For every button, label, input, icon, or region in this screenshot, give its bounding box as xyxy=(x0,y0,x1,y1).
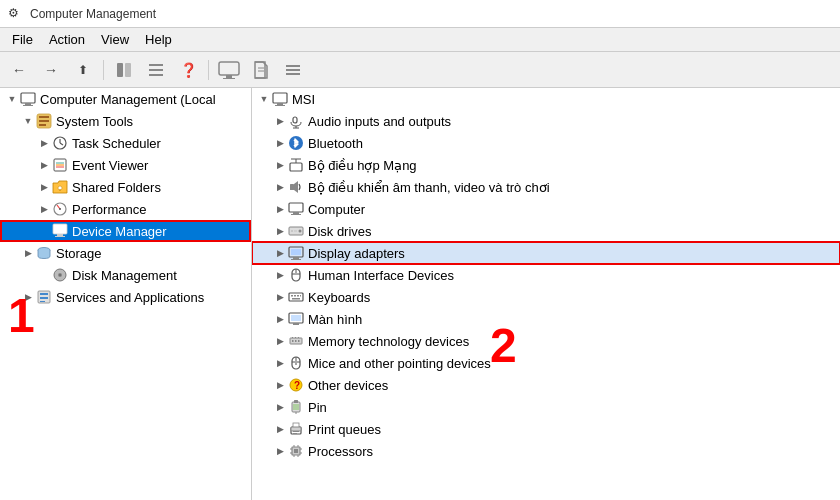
processors-expand[interactable] xyxy=(272,443,288,459)
svg-rect-16 xyxy=(23,105,33,106)
right-item-audio[interactable]: Audio inputs and outputs xyxy=(252,110,840,132)
right-root[interactable]: MSI xyxy=(252,88,840,110)
toolbar-settings[interactable] xyxy=(278,57,308,83)
sidebar-item-services[interactable]: Services and Applications xyxy=(0,286,251,308)
other-expand[interactable] xyxy=(272,377,288,393)
right-item-print[interactable]: Print queues xyxy=(252,418,840,440)
svg-rect-83 xyxy=(295,337,296,338)
tree-root[interactable]: Computer Management (Local xyxy=(0,88,251,110)
sidebar-item-task-scheduler[interactable]: Task Scheduler xyxy=(0,132,251,154)
sidebar-label-task-scheduler: Task Scheduler xyxy=(72,136,161,151)
storage-expand[interactable] xyxy=(20,245,36,261)
toolbar-list[interactable] xyxy=(141,57,171,83)
right-item-display-adapters[interactable]: Display adapters xyxy=(252,242,840,264)
svg-rect-56 xyxy=(293,212,299,214)
memory-expand[interactable] xyxy=(272,333,288,349)
right-item-processors[interactable]: Processors xyxy=(252,440,840,462)
man-hinh-expand[interactable] xyxy=(272,311,288,327)
system-tools-expand[interactable] xyxy=(20,113,36,129)
shared-folders-icon xyxy=(52,179,68,195)
sidebar-item-performance[interactable]: Performance xyxy=(0,198,251,220)
sidebar-item-shared-folders[interactable]: Shared Folders xyxy=(0,176,251,198)
svg-rect-92 xyxy=(293,404,299,410)
services-expand[interactable] xyxy=(20,289,36,305)
sidebar-item-device-manager[interactable]: Device Manager xyxy=(0,220,251,242)
right-root-label: MSI xyxy=(292,92,315,107)
disk-drives-expand[interactable] xyxy=(272,223,288,239)
sound-icon xyxy=(288,179,304,195)
right-item-bluetooth[interactable]: Bluetooth xyxy=(252,132,840,154)
svg-rect-40 xyxy=(40,293,48,295)
menu-view[interactable]: View xyxy=(93,30,137,49)
right-item-other[interactable]: ? Other devices xyxy=(252,374,840,396)
right-item-keyboards[interactable]: Keyboards xyxy=(252,286,840,308)
network-expand[interactable] xyxy=(272,157,288,173)
right-item-computer[interactable]: Computer xyxy=(252,198,840,220)
right-label-mice: Mice and other pointing devices xyxy=(308,356,491,371)
svg-rect-81 xyxy=(298,340,300,342)
right-item-network[interactable]: Bộ điều hợp Mạng xyxy=(252,154,840,176)
event-viewer-expand[interactable] xyxy=(36,157,52,173)
sidebar-label-services: Services and Applications xyxy=(56,290,204,305)
svg-rect-11 xyxy=(286,65,300,67)
right-item-sound[interactable]: Bộ điều khiển âm thanh, video và trò chơ… xyxy=(252,176,840,198)
pin-expand[interactable] xyxy=(272,399,288,415)
right-label-man-hinh: Màn hình xyxy=(308,312,362,327)
svg-rect-55 xyxy=(289,203,303,212)
sidebar-item-storage[interactable]: Storage xyxy=(0,242,251,264)
services-icon xyxy=(36,289,52,305)
keyboards-icon xyxy=(288,289,304,305)
computer-expand[interactable] xyxy=(272,201,288,217)
sidebar-item-system-tools[interactable]: System Tools xyxy=(0,110,251,132)
display-adapters-expand[interactable] xyxy=(272,245,288,261)
right-item-man-hinh[interactable]: Màn hình xyxy=(252,308,840,330)
toolbar-back[interactable]: ← xyxy=(4,57,34,83)
right-root-expand[interactable] xyxy=(256,91,272,107)
memory-icon xyxy=(288,333,304,349)
device-manager-icon xyxy=(52,223,68,239)
root-expand[interactable] xyxy=(4,91,20,107)
performance-expand[interactable] xyxy=(36,201,52,217)
toolbar-up[interactable]: ⬆ xyxy=(68,57,98,83)
right-item-disk-drives[interactable]: Disk drives xyxy=(252,220,840,242)
toolbar-sep-1 xyxy=(103,60,104,80)
right-label-processors: Processors xyxy=(308,444,373,459)
toolbar-forward[interactable]: → xyxy=(36,57,66,83)
sidebar-item-disk-management[interactable]: Disk Management xyxy=(0,264,251,286)
hid-expand[interactable] xyxy=(272,267,288,283)
svg-rect-76 xyxy=(291,315,301,321)
right-item-memory[interactable]: Memory technology devices xyxy=(252,330,840,352)
svg-rect-80 xyxy=(295,340,297,342)
svg-text:?: ? xyxy=(294,380,300,391)
menu-action[interactable]: Action xyxy=(41,30,93,49)
svg-rect-71 xyxy=(294,295,296,297)
menu-file[interactable]: File xyxy=(4,30,41,49)
sidebar-label-device-manager: Device Manager xyxy=(72,224,167,239)
sound-expand[interactable] xyxy=(272,179,288,195)
svg-rect-42 xyxy=(40,301,45,302)
right-item-hid[interactable]: Human Interface Devices xyxy=(252,264,840,286)
toolbar-help[interactable]: ❓ xyxy=(173,57,203,83)
sidebar-item-event-viewer[interactable]: Event Viewer xyxy=(0,154,251,176)
task-scheduler-expand[interactable] xyxy=(36,135,52,151)
svg-rect-3 xyxy=(149,69,163,71)
keyboards-expand[interactable] xyxy=(272,289,288,305)
right-label-network: Bộ điều hợp Mạng xyxy=(308,158,417,173)
mice-expand[interactable] xyxy=(272,355,288,371)
toolbar-doc[interactable] xyxy=(246,57,276,83)
audio-icon xyxy=(288,113,304,129)
svg-rect-50 xyxy=(290,163,302,171)
right-item-pin[interactable]: Pin xyxy=(252,396,840,418)
pin-icon xyxy=(288,399,304,415)
menu-help[interactable]: Help xyxy=(137,30,180,49)
right-item-mice[interactable]: Mice and other pointing devices xyxy=(252,352,840,374)
right-label-display-adapters: Display adapters xyxy=(308,246,405,261)
bt-expand[interactable] xyxy=(272,135,288,151)
toolbar-show-hide[interactable] xyxy=(109,57,139,83)
print-expand[interactable] xyxy=(272,421,288,437)
sidebar-label-storage: Storage xyxy=(56,246,102,261)
audio-expand[interactable] xyxy=(272,113,288,129)
svg-point-60 xyxy=(291,230,293,232)
shared-folders-expand[interactable] xyxy=(36,179,52,195)
toolbar-monitor[interactable] xyxy=(214,57,244,83)
